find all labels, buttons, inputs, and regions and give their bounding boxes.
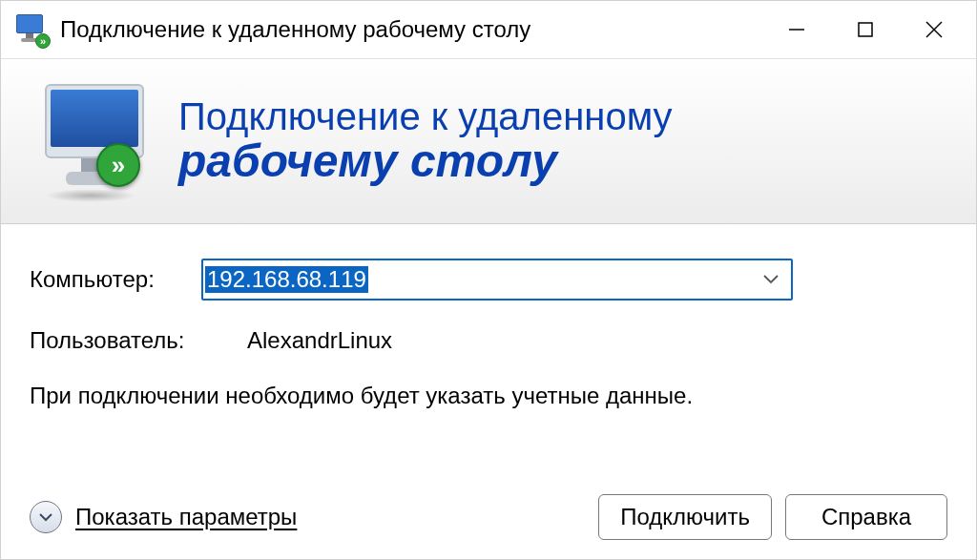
computer-label: Компьютер: [30, 266, 201, 293]
footer: Показать параметры Подключить Справка [1, 483, 976, 559]
show-options-label: Показать параметры [75, 504, 297, 530]
connect-button[interactable]: Подключить [598, 494, 772, 540]
form-area: Компьютер: 192.168.68.119 Пользователь: … [1, 224, 976, 483]
banner: » Подключение к удаленному рабочему стол… [1, 58, 976, 224]
app-icon-small: » [14, 12, 49, 47]
user-value: AlexandrLinux [247, 327, 392, 354]
chevron-down-icon[interactable] [755, 263, 787, 296]
chevron-down-circle-icon [30, 501, 62, 533]
rdp-dialog: » Подключение к удаленному рабочему стол… [0, 0, 977, 560]
banner-line1: Подключение к удаленному [178, 96, 673, 136]
close-button[interactable] [900, 2, 968, 57]
window-title: Подключение к удаленному рабочему столу [60, 16, 530, 43]
banner-text: Подключение к удаленному рабочему столу [178, 96, 673, 187]
banner-line2: рабочему столу [178, 136, 673, 187]
titlebar[interactable]: » Подключение к удаленному рабочему стол… [1, 1, 976, 58]
svg-rect-1 [859, 23, 872, 36]
show-options-toggle[interactable]: Показать параметры [30, 501, 297, 533]
credentials-note: При подключении необходимо будет указать… [30, 381, 755, 411]
computer-combobox[interactable]: 192.168.68.119 [201, 259, 793, 301]
computer-value[interactable]: 192.168.68.119 [205, 266, 368, 293]
maximize-button[interactable] [831, 2, 900, 57]
help-button[interactable]: Справка [785, 494, 947, 540]
user-label: Пользователь: [30, 327, 247, 354]
rdp-icon: » [28, 74, 161, 208]
minimize-button[interactable] [762, 2, 831, 57]
